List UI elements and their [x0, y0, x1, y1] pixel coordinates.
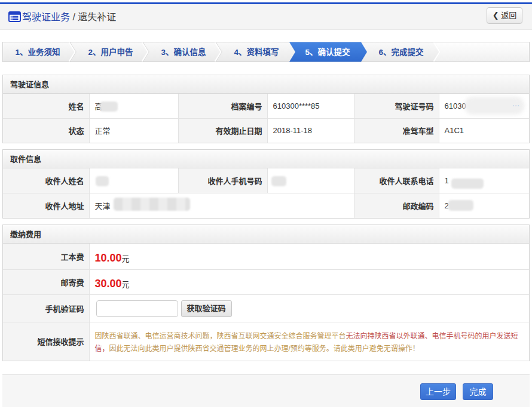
- svg-text:1、业务须知: 1、业务须知: [15, 47, 60, 57]
- svg-text:4、资料填写: 4、资料填写: [234, 47, 279, 57]
- svg-text:5、确认提交: 5、确认提交: [305, 47, 350, 57]
- svg-text:2、用户申告: 2、用户申告: [88, 47, 133, 57]
- svg-text:6、完成提交: 6、完成提交: [378, 47, 424, 57]
- svg-text:3、确认信息: 3、确认信息: [161, 47, 206, 57]
